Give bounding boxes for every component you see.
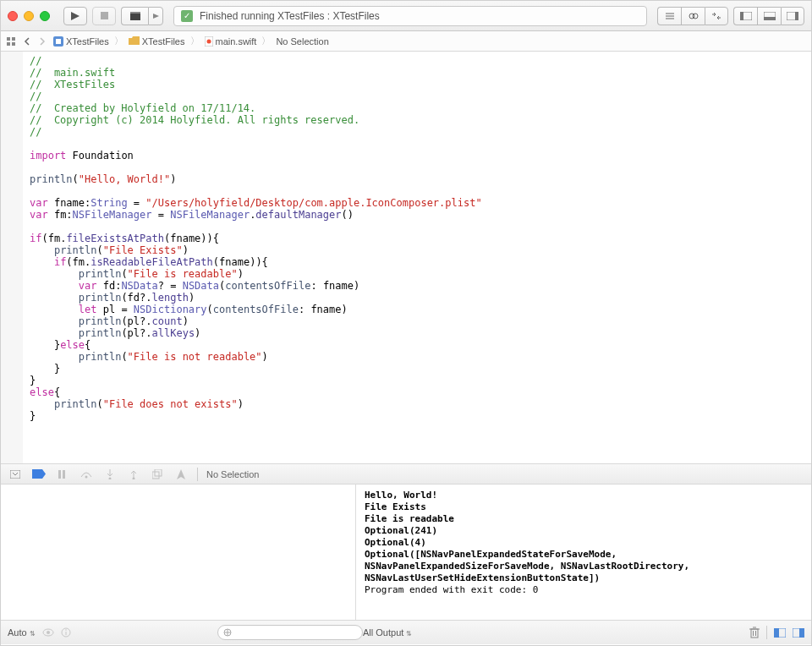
- code-comment: // XTestFiles: [30, 79, 115, 90]
- breadcrumb-folder[interactable]: XTestFiles: [127, 36, 187, 47]
- svg-rect-44: [751, 629, 758, 638]
- svg-rect-52: [799, 628, 804, 638]
- console-line: Program ended with exit code: 0: [365, 584, 538, 595]
- toggle-debug-button[interactable]: [757, 7, 781, 25]
- stop-button[interactable]: [92, 7, 116, 25]
- related-items-button[interactable]: [6, 36, 18, 47]
- go-forward-button[interactable]: [36, 36, 48, 47]
- svg-rect-24: [10, 470, 20, 479]
- version-editor-button[interactable]: [705, 7, 728, 25]
- console-line: File Exists: [365, 501, 426, 512]
- scheme-target-button[interactable]: [121, 7, 148, 25]
- svg-point-40: [65, 629, 67, 631]
- grid-icon: [7, 37, 17, 46]
- svg-rect-13: [764, 17, 776, 20]
- step-into-icon: [106, 469, 114, 479]
- divider: [766, 626, 767, 639]
- activity-status-bar[interactable]: ✓ Finished running XTestFiles : XTestFil…: [173, 6, 647, 26]
- type: NSFileManager: [73, 209, 152, 221]
- zoom-window-button[interactable]: [40, 11, 50, 21]
- play-icon: [71, 12, 80, 20]
- console-line: Optional([NSNavPanelExpandedStateForSave…: [365, 549, 695, 583]
- scheme-selector[interactable]: [121, 7, 163, 25]
- svg-rect-17: [12, 37, 15, 41]
- arrows-icon: [711, 12, 721, 20]
- project-icon: [53, 36, 63, 47]
- variables-scope-selector[interactable]: Auto ⇅: [8, 627, 36, 638]
- console-line: Hello, World!: [365, 490, 437, 501]
- code-comment: //: [30, 90, 41, 102]
- step-out-button[interactable]: [126, 468, 141, 481]
- toggle-navigator-button[interactable]: [733, 7, 757, 25]
- svg-rect-16: [7, 37, 10, 41]
- kw: var: [30, 197, 48, 209]
- method: fileExistsAtPath: [66, 233, 164, 244]
- pause-continue-icon: [58, 470, 68, 479]
- debug-hierarchy-button[interactable]: [150, 468, 165, 481]
- console-line: Optional(4): [365, 537, 426, 548]
- breadcrumb-project-label: XTestFiles: [66, 36, 109, 47]
- breadcrumb-folder-label: XTestFiles: [142, 36, 185, 47]
- source-code[interactable]: // // main.swift // XTestFiles // // Cre…: [1, 52, 811, 425]
- breadcrumb-project[interactable]: XTestFiles: [52, 36, 111, 47]
- location-button[interactable]: [173, 468, 189, 481]
- fn: println: [30, 173, 73, 185]
- method: defaultManager: [255, 209, 341, 221]
- svg-marker-25: [32, 469, 46, 479]
- continue-button[interactable]: [55, 468, 70, 481]
- swift-file-icon: [205, 36, 213, 47]
- run-button[interactable]: [63, 7, 87, 25]
- step-into-button[interactable]: [102, 468, 118, 481]
- print-description-button[interactable]: [61, 627, 71, 638]
- str: "Hello, World!": [79, 173, 170, 185]
- minimize-window-button[interactable]: [24, 11, 34, 21]
- go-back-button[interactable]: [21, 36, 33, 47]
- editor-gutter[interactable]: [1, 52, 23, 463]
- breakpoint-icon: [32, 469, 46, 479]
- svg-rect-11: [740, 12, 743, 20]
- show-console-button[interactable]: [793, 628, 804, 638]
- breadcrumb-selection[interactable]: No Selection: [274, 36, 330, 47]
- svg-rect-3: [130, 12, 140, 14]
- svg-rect-18: [7, 42, 10, 46]
- status-text: Finished running XTestFiles : XTestFiles: [200, 10, 380, 22]
- close-window-button[interactable]: [8, 11, 18, 21]
- scheme-destination-button[interactable]: [148, 7, 163, 25]
- code-editor[interactable]: // // main.swift // XTestFiles // // Cre…: [1, 52, 811, 463]
- console-output-selector[interactable]: All Output ⇅: [363, 627, 412, 638]
- step-out-icon: [129, 469, 138, 479]
- show-variables-button[interactable]: [774, 628, 786, 638]
- console-output: Hello, World! File Exists File is readab…: [356, 484, 811, 601]
- svg-rect-33: [152, 472, 159, 479]
- debug-bottom-bar: Auto ⇅ All Output ⇅: [1, 621, 811, 644]
- breadcrumb-sep: 〉: [114, 35, 123, 47]
- step-over-button[interactable]: [79, 468, 94, 481]
- hide-debug-button[interactable]: [8, 468, 23, 481]
- breadcrumb-file[interactable]: main.swift: [203, 36, 259, 47]
- debug-area: Hello, World! File Exists File is readab…: [1, 484, 811, 621]
- code-comment: // main.swift: [30, 67, 115, 79]
- breadcrumb-file-label: main.swift: [216, 36, 257, 47]
- toggle-utilities-button[interactable]: [781, 7, 804, 25]
- breadcrumb-sep: 〉: [261, 35, 271, 47]
- standard-editor-button[interactable]: [657, 7, 681, 25]
- quicklook-button[interactable]: [42, 628, 54, 637]
- svg-rect-26: [58, 470, 61, 479]
- type: NSFileManager: [170, 209, 250, 221]
- assistant-editor-button[interactable]: [681, 7, 705, 25]
- left-panel-icon: [740, 12, 752, 20]
- trash-icon: [749, 627, 760, 638]
- lines-icon: [665, 12, 675, 20]
- console-view[interactable]: Hello, World! File Exists File is readab…: [356, 484, 811, 620]
- variables-view[interactable]: [1, 484, 356, 620]
- variables-filter-input[interactable]: [217, 625, 363, 640]
- clear-console-button[interactable]: [749, 627, 760, 638]
- location-icon: [177, 469, 185, 479]
- svg-point-23: [206, 39, 211, 43]
- info-icon: [61, 627, 71, 638]
- debug-selection-label: No Selection: [206, 469, 259, 479]
- type: String: [91, 197, 127, 209]
- str: "/Users/holyfield/Desktop/com.apple.Icon…: [145, 197, 481, 209]
- breakpoints-button[interactable]: [31, 468, 47, 481]
- chevron-left-icon: [24, 37, 30, 46]
